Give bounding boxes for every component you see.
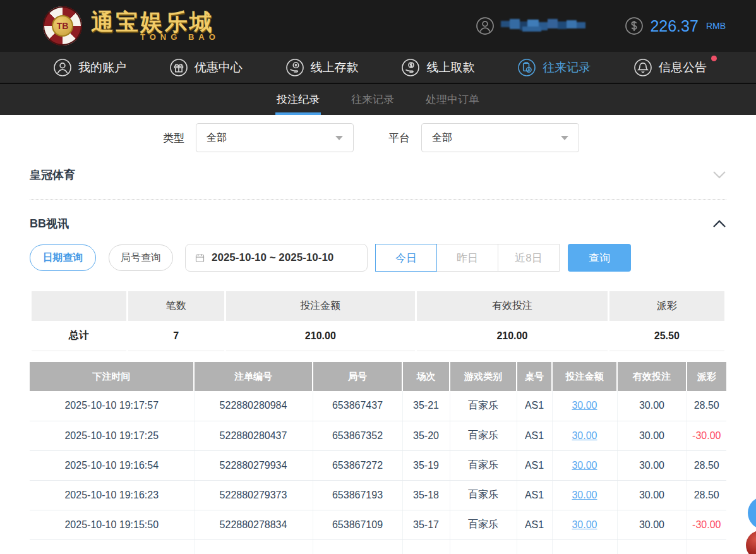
- nav-item-withdraw[interactable]: 线上取款: [401, 58, 474, 77]
- cell-session: 35-18: [402, 480, 450, 510]
- cell-game-type: 百家乐: [450, 480, 517, 510]
- balance-amount: 226.37: [650, 17, 698, 35]
- notification-dot: [711, 56, 717, 61]
- section-crown-sports[interactable]: 皇冠体育: [30, 167, 726, 200]
- type-select[interactable]: 全部: [196, 123, 354, 152]
- cell-bet-amount-link[interactable]: 30.00: [552, 510, 617, 539]
- gift-icon: [169, 58, 188, 77]
- cell-table-code: AS1: [517, 510, 552, 539]
- cell-valid-bet: [617, 539, 687, 554]
- summary-header-valid-bet: 有效投注: [417, 291, 608, 321]
- bet-table-header-row: 下注时间 注单编号 局号 场次 游戏类别 桌号 投注金额 有效投注 派彩: [30, 362, 726, 391]
- cell-valid-bet: 30.00: [617, 510, 687, 539]
- cell-session: 35-20: [402, 421, 450, 450]
- summary-total-payout: 25.50: [609, 321, 724, 351]
- username-redacted: [501, 18, 589, 34]
- tab-transaction-records[interactable]: 往来记录: [350, 84, 395, 115]
- round-query-button[interactable]: 局号查询: [109, 244, 173, 271]
- cell-bet-amount-link[interactable]: 30.00: [552, 421, 617, 450]
- col-valid-bet: 有效投注: [617, 362, 687, 391]
- search-button[interactable]: 查询: [568, 244, 631, 272]
- cell-valid-bet: 30.00: [617, 421, 687, 450]
- site-title: 通宝娱乐城: [91, 11, 220, 33]
- cell-payout: 28.50: [687, 480, 726, 510]
- nav-label: 线上存款: [311, 59, 359, 76]
- date-range-input[interactable]: 2025-10-10 ~ 2025-10-10: [185, 244, 368, 272]
- yesterday-button[interactable]: 昨日: [436, 244, 498, 272]
- nav-label: 优惠中心: [195, 59, 243, 76]
- col-table-code: 桌号: [517, 362, 552, 391]
- record-tab-bar: 投注纪录 往来记录 处理中订单: [0, 83, 756, 115]
- summary-table: 笔数 投注金额 有效投注 派彩 总计 7 210.00 210.00 25.50: [30, 291, 726, 351]
- cell-payout: [687, 539, 726, 554]
- cell-round-id: [313, 539, 402, 554]
- cell-valid-bet: 30.00: [617, 450, 687, 480]
- chevron-down-icon: [561, 136, 568, 140]
- col-session: 场次: [402, 362, 450, 391]
- logo-text: 通宝娱乐城 TONG BAO: [91, 11, 220, 42]
- tab-pending-orders[interactable]: 处理中订单: [424, 84, 481, 115]
- summary-header-bet-amount: 投注金额: [226, 291, 415, 321]
- cell-valid-bet: 30.00: [617, 480, 687, 510]
- cell-payout: 28.50: [687, 450, 726, 480]
- cell-bet-time: 2025-10-10 19:17:57: [30, 391, 194, 421]
- user-account[interactable]: [476, 16, 589, 35]
- account-icon: [53, 58, 72, 77]
- balance-display: 226.37 RMB: [625, 16, 726, 35]
- deposit-icon: [285, 58, 304, 77]
- cell-session: 35-17: [402, 510, 450, 539]
- tab-bet-records[interactable]: 投注纪录: [275, 84, 321, 115]
- summary-header-empty: [32, 291, 126, 321]
- cell-order-id: 522880279934: [194, 450, 313, 480]
- top-header: TB 通宝娱乐城 TONG BAO 226.37 RMB: [0, 0, 756, 52]
- table-row-partial: [30, 539, 726, 554]
- nav-item-announcements[interactable]: 信息公告: [633, 58, 707, 77]
- summary-total-count: 7: [128, 321, 224, 351]
- cell-round-id: 653867272: [313, 450, 402, 480]
- nav-item-my-account[interactable]: 我的账户: [53, 58, 126, 77]
- bet-table-body: 2025-10-10 19:17:57 522880280984 6538674…: [30, 391, 726, 554]
- cell-payout: -30.00: [687, 510, 726, 539]
- nav-item-transaction-records[interactable]: 往来记录: [517, 58, 591, 77]
- cell-round-id: 653867193: [313, 480, 402, 510]
- platform-select[interactable]: 全部: [421, 123, 579, 152]
- chevron-up-icon[interactable]: [712, 219, 726, 228]
- cell-bet-time: 2025-10-10 19:16:23: [30, 480, 194, 510]
- date-query-button[interactable]: 日期查询: [30, 244, 96, 271]
- filter-row: 类型 全部 平台 全部: [163, 123, 726, 152]
- chevron-down-icon[interactable]: [712, 171, 726, 179]
- user-avatar-icon: [476, 16, 495, 35]
- nav-item-deposit[interactable]: 线上存款: [285, 58, 359, 77]
- cell-table-code: AS1: [517, 480, 552, 510]
- cell-session: 35-21: [402, 391, 450, 421]
- platform-select-value: 全部: [432, 131, 452, 145]
- today-button[interactable]: 今日: [375, 244, 437, 272]
- nav-item-promotions[interactable]: 优惠中心: [169, 58, 243, 77]
- chip-badge: TB: [52, 15, 73, 37]
- cell-bet-amount-link[interactable]: [552, 539, 617, 554]
- section-bb-video[interactable]: BB视讯: [30, 216, 726, 231]
- type-filter-label: 类型: [163, 131, 184, 145]
- col-order-id: 注单编号: [194, 362, 313, 391]
- cell-bet-amount-link[interactable]: 30.00: [552, 450, 617, 480]
- poker-chip-logo-icon: TB: [43, 6, 82, 45]
- cell-game-type: 百家乐: [450, 421, 517, 450]
- cell-order-id: 522880280437: [194, 421, 313, 450]
- cell-order-id: 522880280984: [194, 391, 313, 421]
- bell-icon: [633, 58, 652, 77]
- type-select-value: 全部: [207, 131, 227, 145]
- cell-bet-amount-link[interactable]: 30.00: [552, 391, 617, 421]
- cell-valid-bet: 30.00: [617, 391, 687, 421]
- platform-filter-label: 平台: [388, 131, 410, 145]
- summary-header-count: 笔数: [128, 291, 224, 321]
- cell-order-id: [194, 539, 313, 554]
- nav-label: 我的账户: [78, 59, 126, 76]
- cell-bet-amount-link[interactable]: 30.00: [552, 480, 617, 510]
- col-round-id: 局号: [313, 362, 402, 391]
- table-row: 2025-10-10 19:17:25 522880280437 6538673…: [30, 421, 726, 450]
- last8days-button[interactable]: 近8日: [498, 244, 560, 272]
- site-logo[interactable]: TB 通宝娱乐城 TONG BAO: [43, 6, 220, 45]
- cell-bet-time: [30, 539, 194, 554]
- summary-header-row: 笔数 投注金额 有效投注 派彩: [32, 291, 724, 321]
- cell-round-id: 653867109: [313, 510, 402, 539]
